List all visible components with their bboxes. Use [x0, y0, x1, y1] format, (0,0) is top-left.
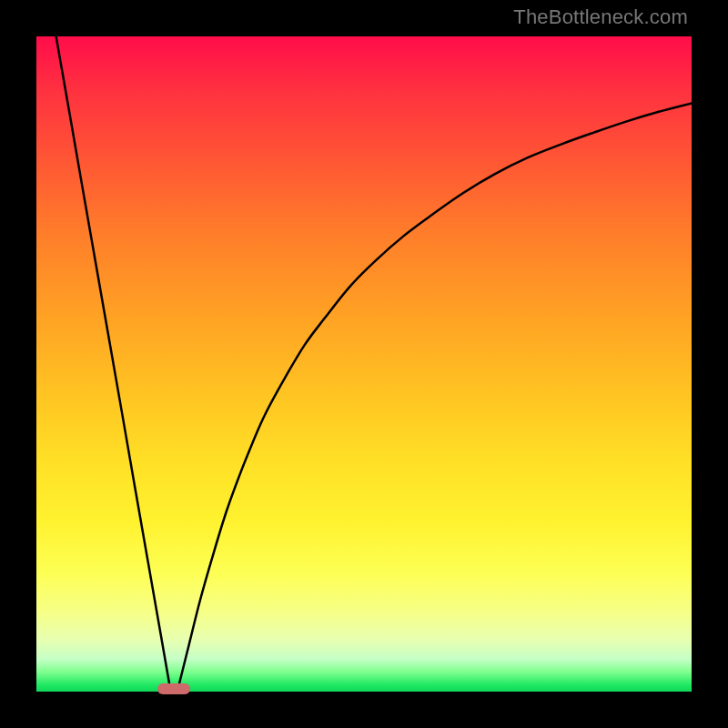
curve-right — [177, 103, 692, 692]
chart-svg — [36, 36, 692, 692]
curve-left — [56, 36, 171, 692]
plot-area — [36, 36, 692, 692]
attribution-text: TheBottleneck.com — [513, 5, 688, 29]
optimal-marker — [157, 683, 190, 694]
chart-frame: TheBottleneck.com — [0, 0, 728, 728]
